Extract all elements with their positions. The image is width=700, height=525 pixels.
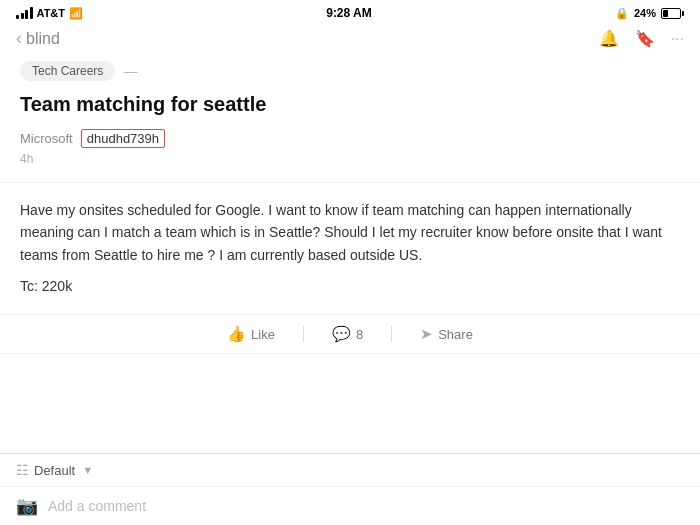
bell-icon[interactable]: 🔔 xyxy=(599,29,619,48)
carrier-label: AT&T xyxy=(37,7,66,19)
comment-button[interactable]: 💬 8 xyxy=(304,325,391,343)
bookmark-icon[interactable]: 🔖 xyxy=(635,29,655,48)
status-right: 🔒 24% xyxy=(615,7,684,20)
camera-icon: 📷 xyxy=(16,495,38,517)
sort-icon: ☷ xyxy=(16,462,29,478)
post-title: Team matching for seattle xyxy=(20,91,680,117)
status-bar: AT&T 📶 9:28 AM 🔒 24% xyxy=(0,0,700,24)
share-label: Share xyxy=(438,327,473,342)
content-area: Tech Careers — Team matching for seattle… xyxy=(0,57,700,453)
time-label: 9:28 AM xyxy=(326,6,372,20)
nav-title[interactable]: blind xyxy=(26,30,60,48)
nav-bar: ‹ blind 🔔 🔖 ··· xyxy=(0,24,700,57)
sort-row[interactable]: ☷ Default ▼ xyxy=(0,454,700,487)
wifi-icon: 📶 xyxy=(69,7,83,20)
sort-label: Default xyxy=(34,463,75,478)
battery-icon xyxy=(661,8,684,19)
author-username[interactable]: dhudhd739h xyxy=(81,129,165,148)
bottom-bar: ☷ Default ▼ 📷 Add a comment xyxy=(0,453,700,525)
action-bar: 👍 Like 💬 8 ➤ Share xyxy=(0,314,700,354)
like-button[interactable]: 👍 Like xyxy=(199,325,303,343)
more-icon[interactable]: ··· xyxy=(671,30,684,48)
comment-placeholder[interactable]: Add a comment xyxy=(48,498,146,514)
author-company: Microsoft xyxy=(20,131,73,146)
nav-actions: 🔔 🔖 ··· xyxy=(599,29,684,48)
chevron-down-icon: ▼ xyxy=(82,464,93,476)
battery-percent: 24% xyxy=(634,7,656,19)
comment-icon: 💬 xyxy=(332,325,351,343)
divider xyxy=(0,182,700,183)
nav-back[interactable]: ‹ blind xyxy=(16,28,60,49)
post-time: 4h xyxy=(20,152,680,166)
post-tc: Tc: 220k xyxy=(20,278,680,294)
comment-row[interactable]: 📷 Add a comment xyxy=(0,487,700,525)
share-icon: ➤ xyxy=(420,325,433,343)
signal-icon xyxy=(16,7,33,19)
tech-careers-tag[interactable]: Tech Careers xyxy=(20,61,115,81)
back-arrow-icon[interactable]: ‹ xyxy=(16,28,22,49)
tag-dash: — xyxy=(123,63,137,79)
like-icon: 👍 xyxy=(227,325,246,343)
like-label: Like xyxy=(251,327,275,342)
lock-icon: 🔒 xyxy=(615,7,629,20)
tag-row: Tech Careers — xyxy=(20,61,680,81)
comment-count: 8 xyxy=(356,327,363,342)
share-button[interactable]: ➤ Share xyxy=(392,325,501,343)
post-body: Have my onsites scheduled for Google. I … xyxy=(20,199,680,266)
author-row: Microsoft dhudhd739h xyxy=(20,129,680,148)
status-left: AT&T 📶 xyxy=(16,7,83,20)
